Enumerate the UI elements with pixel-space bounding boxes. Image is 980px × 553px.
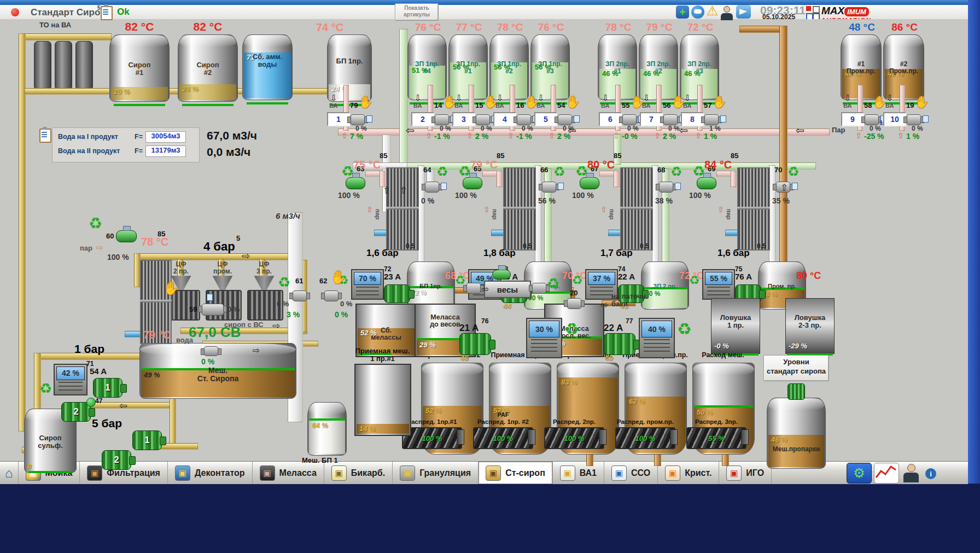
info-icon[interactable]: i xyxy=(925,468,936,479)
distributor-screw: PAF Распред. 1пр. #2 100 % xyxy=(473,412,533,455)
scales-valve-icon[interactable] xyxy=(492,270,511,280)
water2-total-field[interactable]: 13179м3 xyxy=(145,145,186,157)
chat-icon[interactable] xyxy=(691,5,704,19)
valve20-icon[interactable] xyxy=(567,298,582,309)
settings-button[interactable]: ⚙ xyxy=(847,463,872,484)
pump-icon[interactable]: 1 xyxy=(132,430,162,450)
recycle-icon[interactable]: ♻ xyxy=(572,275,583,287)
pump-icon[interactable]: 1 xyxy=(93,378,122,398)
recycle-icon[interactable]: ♻ xyxy=(458,164,471,178)
operator-icon[interactable] xyxy=(721,6,733,20)
valve60-icon[interactable] xyxy=(116,230,137,242)
levels-standard-button[interactable]: Уровни стандарт сиропа xyxy=(763,355,829,381)
recycle-icon[interactable]: ♻ xyxy=(564,321,579,337)
flow-up-icon: ⇧ xyxy=(780,183,788,193)
pump-icon[interactable]: 2 xyxy=(61,402,91,422)
water1-total-field[interactable]: 30054м3 xyxy=(145,131,186,143)
recycle-icon[interactable]: ♻ xyxy=(89,216,102,231)
recycle-icon[interactable]: ♻ xyxy=(341,164,354,178)
valve-icon[interactable] xyxy=(475,114,491,125)
nav-tab-icon: ▣ xyxy=(87,465,102,481)
valve-icon[interactable] xyxy=(424,182,440,193)
valve-icon[interactable] xyxy=(663,114,678,125)
valve-icon[interactable] xyxy=(532,283,547,294)
nav-tab[interactable]: ▣ Меласса xyxy=(253,462,324,484)
heater-temperature: 79 °C xyxy=(470,159,498,171)
report-icon[interactable] xyxy=(39,129,51,143)
alarm-indicator-icon[interactable] xyxy=(11,8,19,16)
vfd-display[interactable]: 70 % xyxy=(351,269,384,300)
nav-tab[interactable]: ▣ ССО xyxy=(604,462,658,484)
add-icon[interactable]: + xyxy=(676,5,689,19)
valve-icon[interactable] xyxy=(434,114,450,125)
home-button[interactable]: ⌂ xyxy=(0,462,19,484)
nav-tab[interactable]: ▣ Грануляция xyxy=(393,462,479,484)
pump-icon[interactable]: 2 xyxy=(102,450,131,470)
va-number-field[interactable]: 4 xyxy=(493,112,516,126)
valve59-icon[interactable] xyxy=(201,304,224,316)
outlet-valve-group: ⇩ ВА 3 15 ✋ 0 % ⇧ 2 % xyxy=(452,94,493,144)
valve-icon[interactable] xyxy=(864,114,879,125)
recycle-icon[interactable]: ♻ xyxy=(553,165,565,178)
valve-icon[interactable] xyxy=(350,114,365,125)
screw-speed-pct: 55 % xyxy=(708,434,725,443)
pump-current: 54 A xyxy=(90,367,107,376)
va-number-field[interactable]: 5 xyxy=(534,112,557,126)
va-number-field[interactable]: 9 xyxy=(841,112,864,126)
valve-icon[interactable] xyxy=(622,114,637,125)
flow-up-icon: ⇧ xyxy=(383,186,390,195)
trends-button[interactable] xyxy=(874,463,899,484)
va-number-field[interactable]: 1 xyxy=(327,112,350,126)
molasses-pump1-icon[interactable] xyxy=(459,333,491,355)
recycle-icon[interactable]: ♻ xyxy=(39,381,52,395)
va-number-field[interactable]: 6 xyxy=(599,112,622,126)
pump-icon[interactable] xyxy=(384,284,410,303)
telegram-icon[interactable] xyxy=(736,5,751,19)
recycle-icon[interactable]: ♻ xyxy=(547,276,559,290)
valve-icon[interactable] xyxy=(541,182,557,193)
journal-icon[interactable] xyxy=(101,6,113,20)
pump-current: 23 A xyxy=(384,272,401,281)
mixer-motor-icon xyxy=(788,383,805,400)
va-number-field[interactable]: 2 xyxy=(411,112,434,126)
recycle-icon[interactable]: ♻ xyxy=(689,275,700,287)
va-number-field[interactable]: 7 xyxy=(640,112,663,126)
vfd-display[interactable]: 55 % xyxy=(702,269,735,300)
recycle-icon[interactable]: ♻ xyxy=(677,321,692,337)
va-number-field[interactable]: 10 xyxy=(883,112,906,126)
warning-icon[interactable]: ⚠ xyxy=(707,3,719,19)
valve-icon[interactable] xyxy=(516,114,532,125)
nav-tab-icon: ▣ xyxy=(726,465,742,481)
plate-heat-exchanger xyxy=(620,167,653,251)
nav-tab[interactable]: ▣ Деконтатор xyxy=(168,462,253,484)
recycle-icon[interactable]: ♻ xyxy=(692,164,705,178)
nav-tab[interactable]: ▣ Ст-сироп xyxy=(479,462,553,484)
water-valve-icon[interactable] xyxy=(203,346,219,356)
vfd-display[interactable]: 30 % xyxy=(526,318,562,358)
nav-tab[interactable]: ▣ ВА1 xyxy=(553,462,604,484)
recycle-icon[interactable]: ♻ xyxy=(436,165,448,178)
service-user-icon[interactable] xyxy=(903,464,919,482)
molasses-pump2-icon[interactable] xyxy=(604,333,635,355)
valve-icon[interactable] xyxy=(906,114,921,125)
valve62-icon[interactable] xyxy=(324,290,339,301)
show-articles-button[interactable]: Показать артикулы xyxy=(395,3,439,21)
manual-hand-icon: ✋ xyxy=(330,271,347,284)
va-number-field[interactable]: 3 xyxy=(452,112,475,126)
valve47-icon[interactable] xyxy=(86,398,96,407)
recycle-icon[interactable]: ♻ xyxy=(670,165,682,178)
vfd-display[interactable]: 40 % xyxy=(639,318,675,358)
nav-tab[interactable]: ▣ Бикарб. xyxy=(324,462,393,484)
valve-icon[interactable] xyxy=(466,283,481,294)
valve61-icon[interactable] xyxy=(292,290,307,301)
valve-position-pct: 0 % xyxy=(355,125,367,132)
valve-icon[interactable] xyxy=(557,114,573,125)
valve-icon[interactable] xyxy=(704,114,719,125)
valve-flow-pct: 7 % xyxy=(350,132,363,141)
nav-tab[interactable]: ▣ Крист. xyxy=(658,462,719,484)
vfd-display[interactable]: 42 % xyxy=(54,364,88,395)
recycle-icon[interactable]: ♻ xyxy=(575,164,588,178)
recycle-icon[interactable]: ♻ xyxy=(788,165,800,178)
valve-icon[interactable] xyxy=(658,182,674,193)
recycle-icon[interactable]: ♻ xyxy=(278,275,290,289)
